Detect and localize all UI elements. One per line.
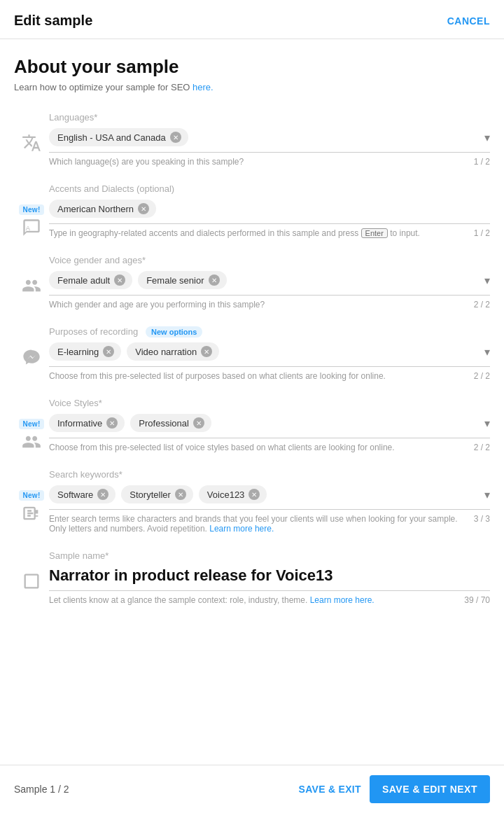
footer: Sample 1 / 2 SAVE & EXIT SAVE & EDIT NEX… [0,765,504,813]
header: Edit sample CANCEL [0,0,504,39]
languages-dropdown-arrow[interactable]: ▾ [479,131,490,144]
accents-section: New! A Accents and Dialects (optional) A… [14,183,490,238]
remove-american-northern[interactable]: ✕ [138,203,149,214]
keywords-label: Search keywords* [49,469,490,480]
voice-gender-dropdown-arrow[interactable]: ▾ [479,274,490,287]
keywords-tags: Software ✕ Storyteller ✕ Voice123 ✕ [49,485,479,503]
seo-hint: Learn how to optimize your sample for SE… [14,82,490,92]
purposes-field: Purposes of recording New options E-lear… [49,326,490,381]
voice-gender-count: 2 / 2 [474,300,490,310]
sample-name-icon [22,571,41,591]
accents-count: 1 / 2 [474,228,490,238]
languages-tags-wrapper[interactable]: English - USA and Canada ✕ ▾ [49,128,490,153]
remove-female-adult[interactable]: ✕ [114,275,125,286]
footer-buttons: SAVE & EXIT SAVE & EDIT NEXT [299,775,491,803]
tag-video-narration: Video narration ✕ [127,342,219,361]
keywords-field: Search keywords* Software ✕ Storyteller … [49,469,490,534]
svg-text:A: A [26,225,31,232]
tag-storyteller: Storyteller ✕ [121,485,193,503]
sample-name-count: 39 / 70 [464,595,490,605]
voice-gender-tags: Female adult ✕ Female senior ✕ [49,271,479,289]
languages-field: Languages* English - USA and Canada ✕ ▾ … [49,112,490,167]
keywords-section: New! Search keywords* Software ✕ Storyte… [14,469,490,534]
purposes-count: 2 / 2 [474,371,490,381]
keywords-hint: Enter search terms like characters and b… [49,514,465,534]
accents-hint: Type in geography-related accents and di… [49,228,465,238]
voice-styles-new-badge: New! [19,419,43,429]
purposes-hint-row: Choose from this pre-selected list of pu… [49,371,490,381]
languages-hint: Which language(s) are you speaking in th… [49,157,465,167]
accents-field: Accents and Dialects (optional) American… [49,183,490,238]
keywords-dropdown-arrow[interactable]: ▾ [479,488,490,501]
tag-american-northern: American Northern ✕ [49,200,156,218]
remove-video-narration[interactable]: ✕ [201,346,212,357]
languages-hint-row: Which language(s) are you speaking in th… [49,157,490,167]
purposes-icon [22,347,41,367]
save-edit-next-button[interactable]: SAVE & EDIT NEXT [370,775,490,803]
languages-count: 1 / 2 [474,157,490,167]
accents-tags-wrapper[interactable]: American Northern ✕ [49,200,490,224]
tag-english-usa: English - USA and Canada ✕ [49,128,188,146]
page-title: Edit sample [14,13,92,29]
remove-elearning[interactable]: ✕ [103,346,114,357]
purposes-label-row: Purposes of recording New options [49,326,490,337]
sample-name-section: Sample name* Narrator in product release… [14,550,490,605]
keywords-learn-more-link[interactable]: Learn more here. [209,524,274,534]
accents-icon: A [22,218,41,237]
sample-name-value[interactable]: Narrator in product release for Voice13 [49,567,490,591]
save-exit-button[interactable]: SAVE & EXIT [299,784,361,795]
remove-female-senior[interactable]: ✕ [209,275,220,286]
voice-gender-icon [22,276,41,296]
voice-styles-section: New! Voice Styles* Informative ✕ Profess… [14,398,490,452]
voice-styles-icon [22,432,41,452]
keywords-new-badge: New! [19,490,43,501]
sample-name-icon-col [14,550,49,591]
keywords-count: 3 / 3 [474,514,490,524]
cancel-button[interactable]: CANCEL [447,15,490,27]
voice-gender-section: Voice gender and ages* Female adult ✕ Fe… [14,255,490,310]
remove-professional[interactable]: ✕ [193,417,204,429]
keywords-tags-wrapper[interactable]: Software ✕ Storyteller ✕ Voice123 ✕ ▾ [49,485,490,510]
purposes-section: Purposes of recording New options E-lear… [14,326,490,381]
remove-english-usa[interactable]: ✕ [170,132,181,143]
voice-styles-tags: Informative ✕ Professional ✕ [49,414,479,432]
voice-gender-hint-row: Which gender and age are you performing … [49,300,490,310]
voice-gender-hint: Which gender and age are you performing … [49,300,465,310]
tag-informative: Informative ✕ [49,414,125,432]
footer-sample-count: Sample 1 / 2 [14,784,69,795]
purposes-tags-wrapper[interactable]: E-learning ✕ Video narration ✕ ▾ [49,342,490,367]
remove-storyteller[interactable]: ✕ [175,489,186,500]
voice-styles-hint: Choose from this pre-selected list of vo… [49,443,465,452]
main-content: About your sample Learn how to optimize … [0,39,504,692]
voice-styles-tags-wrapper[interactable]: Informative ✕ Professional ✕ ▾ [49,414,490,438]
voice-styles-hint-row: Choose from this pre-selected list of vo… [49,443,490,452]
accents-tags: American Northern ✕ [49,200,490,218]
voice-gender-label: Voice gender and ages* [49,255,490,265]
purposes-hint: Choose from this pre-selected list of pu… [49,371,465,381]
sample-name-hint: Let clients know at a glance the sample … [49,595,456,605]
voice-gender-tags-wrapper[interactable]: Female adult ✕ Female senior ✕ ▾ [49,271,490,296]
voice-styles-label: Voice Styles* [49,398,490,408]
tag-female-senior: Female senior ✕ [138,271,226,289]
sample-name-label: Sample name* [49,550,490,561]
voice-gender-field: Voice gender and ages* Female adult ✕ Fe… [49,255,490,310]
languages-section: Languages* English - USA and Canada ✕ ▾ … [14,112,490,167]
tag-voice123: Voice123 ✕ [199,485,267,503]
tag-elearning: E-learning ✕ [49,342,121,361]
voice-styles-count: 2 / 2 [474,443,490,452]
remove-software[interactable]: ✕ [97,489,108,500]
remove-voice123[interactable]: ✕ [248,489,260,500]
keywords-icon-col: New! [14,469,49,523]
tag-female-adult: Female adult ✕ [49,271,132,289]
voice-gender-icon-col [14,255,49,296]
remove-informative[interactable]: ✕ [106,417,118,429]
language-icon [22,133,41,153]
tag-software: Software ✕ [49,485,115,503]
accents-label: Accents and Dialects (optional) [49,183,490,194]
voice-styles-dropdown-arrow[interactable]: ▾ [479,417,490,430]
sample-name-learn-more-link[interactable]: Learn more here. [310,595,374,605]
purposes-dropdown-arrow[interactable]: ▾ [479,345,490,359]
seo-link[interactable]: here. [192,82,214,92]
accents-icon-col: New! A [14,183,49,237]
new-options-badge: New options [146,326,202,338]
